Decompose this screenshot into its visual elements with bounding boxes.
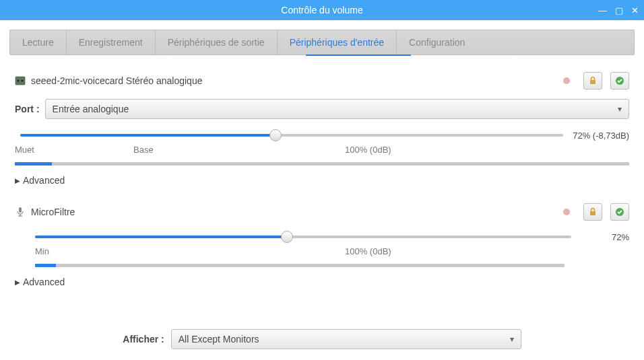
level-meter <box>35 264 565 267</box>
device-name: MicroFiltre <box>31 207 558 217</box>
soundcard-icon <box>15 75 26 86</box>
volume-slider[interactable] <box>35 230 571 244</box>
device-name: seeed-2mic-voicecard Stéréo analogique <box>31 75 558 86</box>
tab-sortie[interactable]: Périphériques de sortie <box>156 30 278 55</box>
advanced-label: Advanced <box>23 277 65 287</box>
tab-entree[interactable]: Périphériques d'entrée <box>278 30 397 55</box>
svg-rect-5 <box>19 207 22 213</box>
close-icon[interactable]: ✕ <box>631 6 639 15</box>
scale-min: Muet <box>15 145 34 155</box>
svg-rect-8 <box>590 211 595 215</box>
scale-base: Base <box>133 145 154 155</box>
svg-rect-0 <box>15 77 25 85</box>
svg-point-1 <box>18 80 20 82</box>
lock-button[interactable] <box>583 72 602 89</box>
volume-slider[interactable] <box>20 129 563 142</box>
tab-configuration[interactable]: Configuration <box>397 30 477 55</box>
advanced-toggle[interactable]: ▶ Advanced <box>12 171 632 190</box>
device-microfiltre: MicroFiltre 72% <box>12 203 632 291</box>
show-dropdown[interactable]: All Except Monitors <box>171 329 521 349</box>
svg-rect-3 <box>590 80 595 84</box>
advanced-label: Advanced <box>23 175 65 186</box>
port-label: Port : <box>15 104 40 114</box>
port-dropdown[interactable]: Entrée analogique <box>45 99 629 119</box>
show-value: All Except Monitors <box>179 334 259 345</box>
minimize-icon[interactable]: — <box>598 6 607 15</box>
tab-lecture[interactable]: Lecture <box>10 30 67 55</box>
window-title: Contrôle du volume <box>281 5 362 15</box>
device-seeed: seeed-2mic-voicecard Stéréo analogique P… <box>12 72 632 190</box>
port-value: Entrée analogique <box>53 104 129 114</box>
volume-value: 72% <box>612 232 629 242</box>
scale-min: Min <box>35 246 49 256</box>
scale-100: 100% (0dB) <box>345 246 391 256</box>
tab-underline <box>306 55 411 56</box>
show-label: Afficher : <box>123 334 164 345</box>
chevron-right-icon: ▶ <box>15 279 20 286</box>
mute-icon[interactable] <box>563 209 570 215</box>
default-button[interactable] <box>610 72 629 89</box>
tab-enregistrement[interactable]: Enregistrement <box>67 30 156 55</box>
advanced-toggle[interactable]: ▶ Advanced <box>12 273 632 291</box>
volume-value: 72% (-8,73dB) <box>573 131 629 141</box>
scale-100: 100% (0dB) <box>345 145 391 155</box>
maximize-icon[interactable]: ▢ <box>615 6 623 15</box>
chevron-right-icon: ▶ <box>15 177 20 184</box>
level-meter <box>15 162 629 166</box>
svg-point-2 <box>22 80 24 82</box>
default-button[interactable] <box>610 203 629 221</box>
lock-button[interactable] <box>583 203 602 221</box>
microphone-icon <box>15 207 26 217</box>
titlebar[interactable]: Contrôle du volume — ▢ ✕ <box>0 0 644 20</box>
mute-icon[interactable] <box>563 77 570 84</box>
tabbar: Lecture Enregistrement Périphériques de … <box>9 30 635 55</box>
